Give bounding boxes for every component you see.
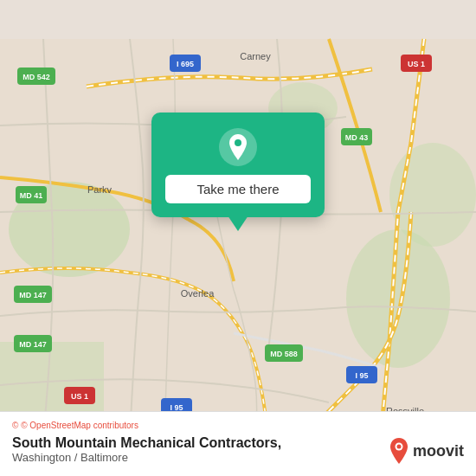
osm-credit: © © OpenStreetMap contributors (12, 421, 464, 430)
svg-point-32 (235, 139, 241, 146)
map-background: I 695 MD 542 US 1 MD 43 MD 41 MD 147 MD … (0, 0, 476, 476)
svg-text:MD 41: MD 41 (20, 191, 43, 200)
svg-text:US 1: US 1 (408, 60, 425, 68)
location-popup: Take me there (151, 113, 325, 217)
svg-text:MD 147: MD 147 (19, 291, 47, 299)
location-pin-icon (227, 134, 249, 160)
svg-text:Parkv: Parkv (87, 184, 113, 195)
svg-text:MD 542: MD 542 (23, 73, 50, 81)
svg-text:Carney: Carney (240, 51, 271, 61)
svg-text:I 695: I 695 (177, 60, 194, 68)
location-icon-container (219, 128, 257, 166)
svg-text:MD 147: MD 147 (19, 340, 47, 349)
bottom-bar: © © OpenStreetMap contributors South Mou… (0, 411, 476, 476)
svg-text:US 1: US 1 (71, 392, 88, 401)
moovit-logo: moovit (389, 438, 464, 464)
map-container: I 695 MD 542 US 1 MD 43 MD 41 MD 147 MD … (0, 0, 476, 476)
svg-point-2 (346, 229, 450, 368)
copyright-symbol: © (12, 421, 18, 430)
svg-text:MD 588: MD 588 (270, 350, 298, 358)
svg-text:Overlea: Overlea (181, 288, 215, 299)
svg-text:MD 43: MD 43 (345, 133, 369, 142)
take-me-there-button[interactable]: Take me there (165, 175, 311, 203)
svg-text:I 95: I 95 (355, 371, 368, 380)
moovit-brand-text: moovit (413, 442, 464, 460)
moovit-icon (389, 438, 409, 464)
osm-credit-text: © OpenStreetMap contributors (21, 421, 138, 430)
svg-point-34 (396, 445, 401, 449)
